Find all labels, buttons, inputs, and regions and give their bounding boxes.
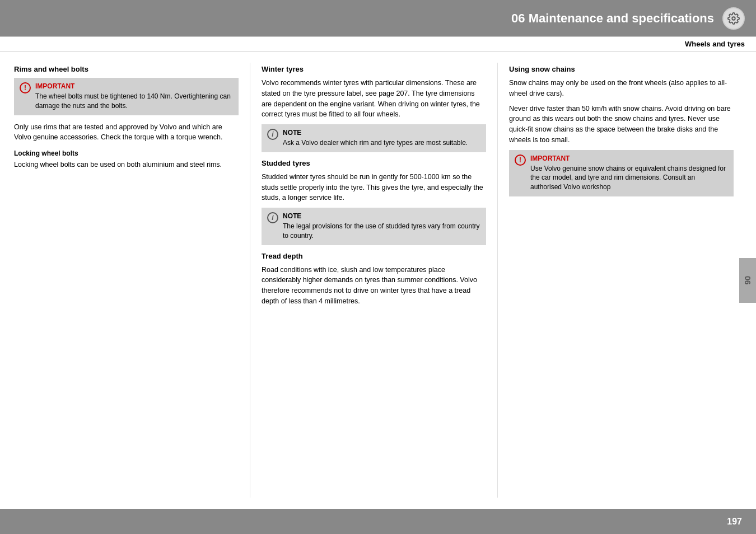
col2-note2-icon: i <box>267 212 278 223</box>
col1-body2: Locking wheel bolts can be used on both … <box>14 160 239 170</box>
col2-body3: Road conditions with ice, slush and low … <box>262 265 486 307</box>
col3-important-box: ! IMPORTANT Use Volvo genuine snow chain… <box>509 150 734 196</box>
sub-header: Wheels and tyres <box>0 36 756 51</box>
side-tab-text: 06 <box>743 276 752 285</box>
col3-important-text: Use Volvo genuine snow chains or equival… <box>530 164 728 192</box>
col3-important-label: IMPORTANT <box>530 154 728 162</box>
col3-body1: Snow chains may only be used on the fron… <box>509 78 734 99</box>
col1-important-icon: ! <box>20 82 31 93</box>
col2-note2-label: NOTE <box>283 212 480 220</box>
col1-section-title: Rims and wheel bolts <box>14 65 239 73</box>
col2-body1: Volvo recommends winter tyres with parti… <box>262 78 486 120</box>
col1-important-label: IMPORTANT <box>35 82 233 90</box>
col2-note1-text: Ask a Volvo dealer which rim and tyre ty… <box>283 138 468 148</box>
col2-note2-text: The legal provisions for the use of stud… <box>283 222 480 241</box>
col2-note1-label: NOTE <box>283 129 468 137</box>
col2-section2-title: Studded tyres <box>262 159 486 167</box>
header: 06 Maintenance and specifications <box>0 0 756 36</box>
col2-section3-title: Tread depth <box>262 252 486 260</box>
settings-icon <box>722 7 745 30</box>
header-title: 06 Maintenance and specifications <box>511 11 714 26</box>
col1-subsection-title: Locking wheel bolts <box>14 149 239 157</box>
divider-1 <box>250 63 250 498</box>
footer: 197 <box>0 509 756 534</box>
col2-note1-content: NOTE Ask a Volvo dealer which rim and ty… <box>283 129 468 148</box>
col3-important-content: IMPORTANT Use Volvo genuine snow chains … <box>530 154 728 192</box>
page-number: 197 <box>727 517 742 527</box>
col1-important-box: ! IMPORTANT The wheel bolts must be tigh… <box>14 78 239 115</box>
column-2: Winter tyres Volvo recommends winter tyr… <box>253 63 494 498</box>
divider-2 <box>497 63 498 498</box>
col2-note2-box: i NOTE The legal provisions for the use … <box>262 208 486 245</box>
page-container: 06 Maintenance and specifications Wheels… <box>0 0 756 534</box>
col1-important-text: The wheel bolts must be tightened to 140… <box>35 92 233 111</box>
sub-header-text: Wheels and tyres <box>685 40 745 48</box>
col2-note2-content: NOTE The legal provisions for the use of… <box>283 212 480 241</box>
column-1: Rims and wheel bolts ! IMPORTANT The whe… <box>14 63 247 498</box>
col2-note1-box: i NOTE Ask a Volvo dealer which rim and … <box>262 124 486 152</box>
col2-note1-icon: i <box>267 129 278 140</box>
svg-point-0 <box>732 17 735 20</box>
column-3: Using snow chains Snow chains may only b… <box>501 63 742 498</box>
col2-section1-title: Winter tyres <box>262 65 486 73</box>
col3-body2: Never drive faster than 50 km/h with sno… <box>509 104 734 146</box>
col1-important-content: IMPORTANT The wheel bolts must be tighte… <box>35 82 233 111</box>
col3-important-icon: ! <box>515 154 526 166</box>
col1-body1: Only use rims that are tested and approv… <box>14 122 239 143</box>
col2-body2: Studded winter tyres should be run in ge… <box>262 172 486 203</box>
col3-section-title: Using snow chains <box>509 65 734 73</box>
side-tab: 06 <box>739 258 756 303</box>
content-area: Rims and wheel bolts ! IMPORTANT The whe… <box>0 51 756 509</box>
